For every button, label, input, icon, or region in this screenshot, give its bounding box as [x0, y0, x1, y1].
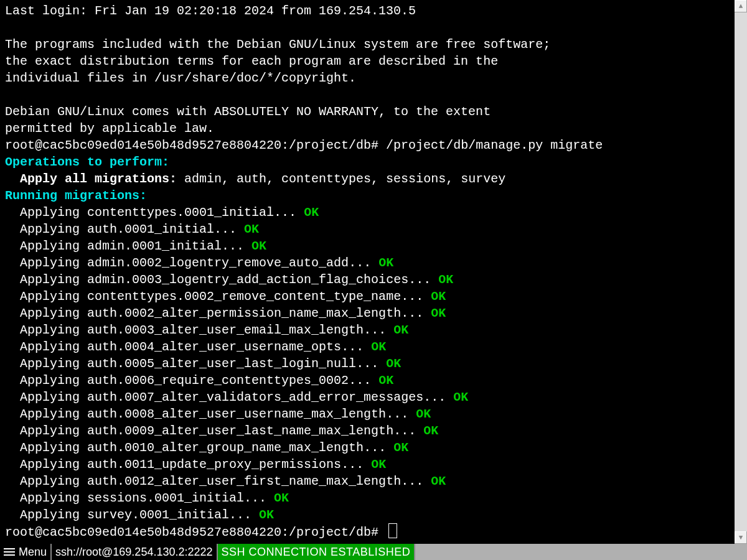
migrate-ops-header: Operations to perform:: [5, 154, 732, 170]
apply-all-label: Apply all migrations:: [5, 172, 184, 186]
chevron-up-icon: ▲: [739, 0, 743, 15]
migration-row: Applying admin.0002_logentry_remove_auto…: [5, 254, 732, 271]
migration-name: admin.0002_logentry_remove_auto_add: [87, 256, 349, 270]
migration-ok: OK: [423, 424, 438, 438]
applying-dots: ...: [364, 441, 393, 455]
menu-label: Menu: [19, 544, 47, 561]
terminal-output[interactable]: Last login: Fri Jan 19 02:20:18 2024 fro…: [0, 0, 735, 543]
migration-row: Applying auth.0011_update_proxy_permissi…: [5, 456, 732, 473]
migration-ok: OK: [438, 273, 453, 287]
menu-button[interactable]: Menu: [0, 544, 52, 560]
applying-dots: ...: [423, 390, 453, 404]
motd-line: Last login: Fri Jan 19 02:20:18 2024 fro…: [5, 2, 732, 19]
motd-line: [5, 86, 732, 103]
migration-name: auth.0008_alter_user_username_max_length: [87, 407, 386, 421]
migration-ok: OK: [259, 508, 274, 522]
migration-name: auth.0009_alter_user_last_name_max_lengt…: [87, 424, 393, 438]
migration-row: Applying auth.0002_alter_permission_name…: [5, 305, 732, 322]
prompt-line: root@cac5bc09ed014e50b48d9527e8804220:/p…: [5, 137, 732, 154]
migration-name: auth.0010_alter_group_name_max_length: [87, 441, 364, 455]
applying-dots: ...: [408, 273, 438, 287]
ssh-status-badge: SSH CONNECTION ESTABLISHED: [218, 544, 416, 560]
prompt-line: root@cac5bc09ed014e50b48d9527e8804220:/p…: [5, 523, 732, 541]
applying-dots: ...: [401, 289, 431, 304]
applying-dots: ...: [214, 222, 244, 236]
migration-ok: OK: [431, 474, 446, 488]
applying-dots: ...: [349, 256, 378, 270]
applying-prefix: Applying: [5, 474, 87, 488]
applying-prefix: Applying: [5, 323, 87, 337]
migration-name: auth.0011_update_proxy_permissions: [87, 457, 341, 472]
migration-name: auth.0012_alter_user_first_name_max_leng…: [87, 474, 401, 488]
applying-dots: ...: [386, 407, 416, 421]
applying-prefix: Applying: [5, 441, 87, 455]
applying-dots: ...: [364, 323, 393, 337]
motd-line: [5, 19, 732, 36]
migration-row: Applying auth.0004_alter_user_username_o…: [5, 338, 732, 355]
applying-dots: ...: [401, 474, 431, 488]
migration-ok: OK: [371, 340, 386, 354]
migration-ok: OK: [393, 323, 408, 337]
motd-line: permitted by applicable law.: [5, 120, 732, 137]
migration-row: Applying auth.0003_alter_user_email_max_…: [5, 322, 732, 338]
migration-ok: OK: [431, 289, 446, 304]
migration-row: Applying auth.0010_alter_group_name_max_…: [5, 439, 732, 456]
migration-ok: OK: [431, 306, 446, 320]
migration-ok: OK: [371, 457, 386, 472]
migration-ok: OK: [274, 491, 289, 505]
applying-dots: ...: [349, 373, 378, 388]
terminal-cursor[interactable]: [388, 523, 397, 538]
migration-row: Applying sessions.0001_initial... OK: [5, 490, 732, 506]
applying-prefix: Applying: [5, 306, 87, 320]
migration-name: survey.0001_initial: [87, 508, 229, 522]
migration-row: Applying contenttypes.0002_remove_conten…: [5, 288, 732, 305]
migration-name: auth.0001_initial: [87, 222, 214, 236]
migration-name: auth.0003_alter_user_email_max_length: [87, 323, 364, 337]
applying-dots: ...: [222, 239, 251, 253]
motd-line: The programs included with the Debian GN…: [5, 36, 732, 53]
migration-row: Applying auth.0005_alter_user_last_login…: [5, 355, 732, 372]
migration-name: contenttypes.0002_remove_content_type_na…: [87, 289, 401, 304]
shell-prompt: root@cac5bc09ed014e50b48d9527e8804220:/p…: [5, 138, 386, 152]
terminal-window: Last login: Fri Jan 19 02:20:18 2024 fro…: [0, 0, 747, 560]
applying-prefix: Applying: [5, 373, 87, 388]
scroll-up-button[interactable]: ▲: [735, 0, 747, 12]
applying-dots: ...: [341, 457, 371, 472]
migration-name: sessions.0001_initial: [87, 491, 244, 505]
migration-ok: OK: [251, 239, 266, 253]
applying-dots: ...: [274, 205, 304, 220]
vertical-scrollbar[interactable]: ▲ ▼: [735, 0, 747, 544]
migration-row: Applying auth.0006_require_contenttypes_…: [5, 372, 732, 389]
migration-ok: OK: [378, 373, 393, 388]
migration-name: admin.0003_logentry_add_action_flag_choi…: [87, 273, 408, 287]
migration-row: Applying auth.0009_alter_user_last_name_…: [5, 422, 732, 439]
migration-row: Applying admin.0001_initial... OK: [5, 238, 732, 254]
motd-line: Debian GNU/Linux comes with ABSOLUTELY N…: [5, 103, 732, 120]
scroll-down-button[interactable]: ▼: [735, 531, 747, 544]
migration-ok: OK: [393, 441, 408, 455]
ssh-status-text: SSH CONNECTION ESTABLISHED: [222, 544, 411, 561]
status-bar: Menu ssh://root@169.254.130.2:2222 SSH C…: [0, 544, 747, 560]
shell-prompt: root@cac5bc09ed014e50b48d9527e8804220:/p…: [5, 525, 386, 539]
migration-name: auth.0007_alter_validators_add_error_mes…: [87, 390, 423, 404]
migration-ok: OK: [386, 357, 401, 371]
migration-row: Applying contenttypes.0001_initial... OK: [5, 204, 732, 221]
terminal-viewport[interactable]: Last login: Fri Jan 19 02:20:18 2024 fro…: [0, 0, 735, 544]
applying-prefix: Applying: [5, 424, 87, 438]
migration-name: auth.0002_alter_permission_name_max_leng…: [87, 306, 401, 320]
migration-name: contenttypes.0001_initial: [87, 205, 274, 220]
migration-name: auth.0004_alter_user_username_opts: [87, 340, 341, 354]
migration-row: Applying auth.0008_alter_user_username_m…: [5, 406, 732, 422]
connection-url[interactable]: ssh://root@169.254.130.2:2222: [52, 544, 217, 560]
connection-url-text: ssh://root@169.254.130.2:2222: [55, 544, 212, 561]
migration-name: auth.0006_require_contenttypes_0002: [87, 373, 349, 388]
applying-prefix: Applying: [5, 508, 87, 522]
applying-prefix: Applying: [5, 222, 87, 236]
applying-dots: ...: [356, 357, 386, 371]
applying-prefix: Applying: [5, 205, 87, 220]
migrate-running-header: Running migrations:: [5, 187, 732, 204]
applying-prefix: Applying: [5, 273, 87, 287]
applying-prefix: Applying: [5, 256, 87, 270]
migration-row: Applying auth.0007_alter_validators_add_…: [5, 389, 732, 406]
migration-ok: OK: [378, 256, 393, 270]
